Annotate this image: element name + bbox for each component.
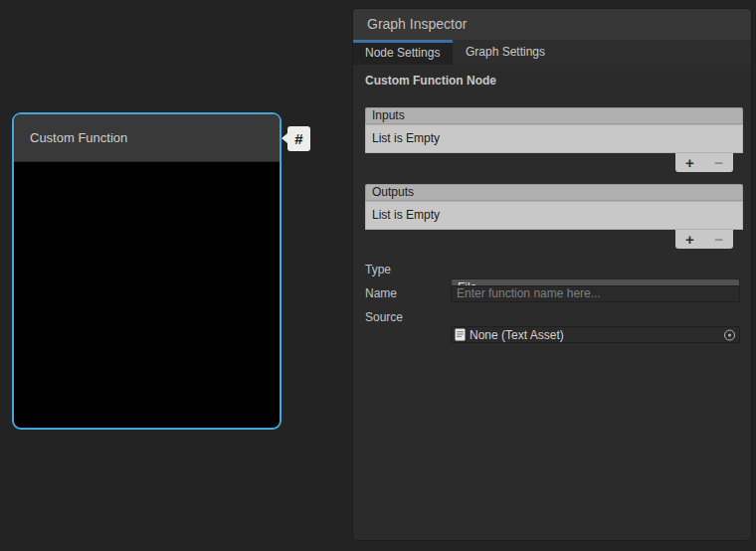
outputs-list: Outputs List is Empty + − — [365, 184, 743, 230]
graph-inspector-panel: Graph Inspector Node Settings Graph Sett… — [352, 8, 752, 541]
outputs-empty-label: List is Empty — [372, 208, 440, 222]
inputs-list-header: Inputs — [365, 107, 743, 124]
type-row: Type File — [365, 260, 741, 277]
outputs-list-header: Outputs — [365, 184, 743, 201]
plus-icon: + — [685, 154, 694, 171]
function-name-input[interactable] — [451, 285, 740, 302]
outputs-list-footer: + − — [675, 230, 733, 249]
source-label: Source — [365, 310, 403, 324]
tab-graph-settings[interactable]: Graph Settings — [453, 40, 751, 65]
name-field-wrap — [451, 283, 740, 302]
type-label: Type — [365, 263, 391, 276]
tab-graph-settings-label: Graph Settings — [466, 45, 545, 59]
outputs-list-empty-row: List is Empty — [365, 201, 743, 230]
section-title: Custom Function Node — [365, 74, 496, 88]
source-value: None (Text Asset) — [470, 328, 564, 342]
custom-function-node[interactable]: Custom Function — [12, 112, 282, 430]
source-object-field[interactable]: None (Text Asset) — [451, 326, 740, 343]
inputs-add-button[interactable]: + — [685, 154, 694, 171]
minus-icon: − — [714, 231, 723, 248]
inputs-list-footer: + − — [675, 153, 733, 172]
graph-canvas[interactable]: Custom Function # Graph Inspector Node S… — [0, 0, 756, 551]
inputs-header-label: Inputs — [372, 108, 405, 122]
tab-strip: Node Settings Graph Settings — [353, 40, 751, 65]
outputs-header-label: Outputs — [372, 185, 414, 199]
panel-title-bar[interactable]: Graph Inspector — [353, 9, 751, 40]
tab-node-settings[interactable]: Node Settings — [353, 40, 453, 65]
outputs-add-button[interactable]: + — [685, 231, 694, 248]
inputs-remove-button[interactable]: − — [714, 154, 723, 171]
object-picker-icon[interactable] — [724, 329, 735, 340]
node-title-label: Custom Function — [30, 130, 127, 145]
plus-icon: + — [685, 231, 694, 248]
outputs-remove-button[interactable]: − — [714, 231, 723, 248]
source-row: Source None (Text Asset) — [365, 307, 741, 325]
name-row: Name — [365, 283, 741, 301]
minus-icon: − — [714, 154, 723, 171]
tab-node-settings-label: Node Settings — [365, 46, 440, 60]
hash-badge-label: # — [294, 130, 302, 147]
name-label: Name — [365, 286, 397, 300]
inputs-empty-label: List is Empty — [372, 131, 440, 145]
inputs-list-empty-row: List is Empty — [365, 124, 743, 153]
text-asset-icon — [455, 328, 466, 341]
panel-title: Graph Inspector — [367, 16, 467, 32]
node-title-bar[interactable]: Custom Function — [14, 114, 280, 162]
hash-badge[interactable]: # — [287, 126, 310, 151]
inputs-list: Inputs List is Empty + − — [365, 107, 743, 153]
